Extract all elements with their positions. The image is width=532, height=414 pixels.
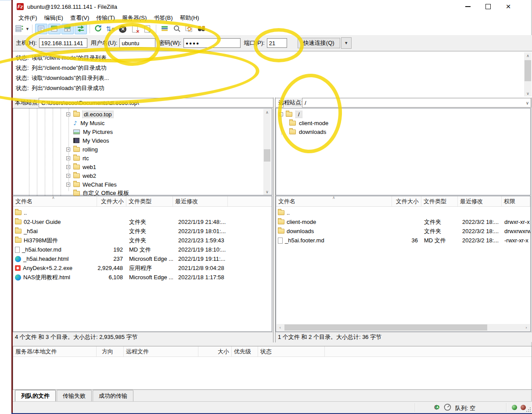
toggle-queue-button[interactable]: [75, 24, 87, 34]
menu-help[interactable]: 帮助(H): [176, 13, 203, 23]
remote-site-combo[interactable]: / ∨: [302, 98, 531, 108]
compare-button[interactable]: [171, 24, 183, 34]
cancel-button[interactable]: ×: [117, 24, 129, 34]
tree-item[interactable]: + rtc: [66, 154, 89, 162]
tab-successful-transfers[interactable]: 成功的传输: [93, 390, 133, 402]
file-row[interactable]: ..: [276, 208, 530, 217]
local-tree-scrollbar[interactable]: ∧ ∨: [263, 109, 271, 195]
chevron-down-icon[interactable]: ∨: [526, 101, 529, 105]
column-header-server-localfile[interactable]: 服务器/本地文件: [13, 346, 97, 356]
find-button[interactable]: [196, 24, 207, 34]
tab-queued-files[interactable]: 列队的文件: [15, 390, 56, 402]
username-label: 用户名(U):: [91, 39, 118, 47]
expander-plus-icon[interactable]: +: [66, 165, 70, 169]
column-header-status[interactable]: 状态: [258, 346, 325, 356]
file-row[interactable]: ..: [13, 208, 272, 217]
column-header-size[interactable]: 大小: [198, 346, 232, 356]
tab-failed-transfers[interactable]: 传输失败: [57, 390, 92, 402]
tree-item[interactable]: - /: [279, 110, 302, 119]
password-input[interactable]: [183, 38, 241, 48]
auto-transfer-mode-icon[interactable]: ⚙A: [434, 403, 439, 411]
scroll-up-icon[interactable]: ∧: [263, 109, 271, 115]
username-input[interactable]: [119, 38, 155, 48]
column-header-priority[interactable]: 优先级: [232, 346, 258, 356]
column-header-filesize[interactable]: 文件大小: [97, 196, 126, 206]
local-tree-scrollbar-thumb[interactable]: [264, 149, 270, 162]
menu-view[interactable]: 查看(V): [67, 13, 93, 23]
tree-item[interactable]: + WeChat Files: [66, 180, 117, 189]
expander-minus-icon[interactable]: -: [279, 112, 283, 116]
toggle-remote-tree-button[interactable]: [61, 24, 74, 34]
maximize-button[interactable]: [482, 1, 495, 12]
expander-plus-icon[interactable]: +: [66, 156, 70, 160]
synchronized-browsing-icon: [185, 25, 193, 33]
tree-item[interactable]: My Videos: [73, 136, 109, 145]
file-row[interactable]: _h5ai.footer.md 192 MD 文件 2022/1/19 18:1…: [13, 245, 272, 254]
close-button[interactable]: ×: [502, 1, 515, 12]
log-scrollbar-thumb[interactable]: [525, 60, 531, 81]
local-site-combo[interactable]: C:\Users\ecoo\Documents\dl.ecoo.top\ ∨: [39, 98, 284, 108]
remote-list-hscrollbar-thumb[interactable]: [284, 324, 487, 331]
expander-plus-icon[interactable]: +: [66, 148, 70, 151]
column-header-filetype[interactable]: 文件类型: [421, 196, 458, 206]
log-scrollbar[interactable]: ∧ ∨: [524, 52, 532, 97]
port-input[interactable]: [267, 38, 287, 48]
column-header-modified[interactable]: 最近修改: [458, 196, 502, 206]
disconnect-button[interactable]: ×: [129, 24, 141, 34]
file-row[interactable]: client-mode 文件夹 2022/3/2 18:... drwxr-xr…: [276, 217, 530, 227]
column-header-modified[interactable]: 最近修改: [173, 196, 228, 206]
expander-plus-icon[interactable]: +: [66, 112, 70, 116]
file-row[interactable]: _h5ai 文件夹 2022/1/19 18:01:...: [13, 227, 272, 236]
tree-item[interactable]: client-mode: [289, 119, 328, 127]
scroll-up-icon[interactable]: ∧: [524, 52, 532, 59]
reconnect-button[interactable]: ✓: [142, 24, 153, 34]
file-row[interactable]: downloads 文件夹 2022/3/2 18:... drwxrwxrwx: [276, 227, 530, 236]
column-header-filename[interactable]: 文件名∧: [13, 196, 97, 206]
tree-item[interactable]: My Pictures: [73, 127, 113, 136]
file-row[interactable]: _h5ai.footer.md 36 MD 文件 2022/3/2 18:...…: [276, 236, 530, 245]
column-header-filesize[interactable]: 文件大小: [392, 196, 421, 206]
menu-file[interactable]: 文件(F): [15, 13, 41, 23]
file-row[interactable]: _h5ai.header.html 237 Microsoft Edge ...…: [13, 254, 272, 263]
menu-server[interactable]: 服务器(S): [119, 13, 150, 23]
quickconnect-button[interactable]: 快速连接(Q): [298, 38, 340, 48]
synchronized-browsing-button[interactable]: [183, 24, 195, 34]
toggle-log-button[interactable]: [35, 24, 47, 34]
menu-bookmarks[interactable]: 书签(B): [150, 13, 176, 23]
speed-limits-icon[interactable]: [444, 403, 451, 412]
local-file-list: 文件名∧ 文件大小 文件类型 最近修改 .. 02-User Guide 文件夹…: [13, 196, 272, 332]
scroll-left-icon[interactable]: ‹: [277, 324, 284, 331]
column-header-filename[interactable]: 文件名∧: [276, 196, 392, 206]
host-input[interactable]: [39, 38, 87, 48]
expander-plus-icon[interactable]: +: [66, 174, 70, 178]
scroll-down-icon[interactable]: ∨: [263, 188, 271, 195]
column-header-permissions[interactable]: 权限: [502, 196, 530, 206]
resize-grip[interactable]: [526, 407, 531, 412]
file-row[interactable]: NAS使用教程.html 6,108 Microsoft Edge ... 20…: [13, 273, 272, 282]
tree-item[interactable]: ♪ My Music: [73, 119, 104, 127]
tree-item[interactable]: + web1: [66, 162, 96, 171]
process-queue-button[interactable]: ⇅⚙: [105, 24, 116, 34]
file-row[interactable]: 02-User Guide 文件夹 2022/1/19 21:48:...: [13, 217, 272, 227]
menu-transfer[interactable]: 传输(T): [93, 13, 119, 23]
column-header-filetype[interactable]: 文件类型: [126, 196, 173, 206]
expander-plus-icon[interactable]: +: [66, 183, 70, 187]
site-manager-button[interactable]: ▼: [15, 24, 29, 34]
file-row[interactable]: AnyDesk+5.2.2.exe 2,929,448 应用程序 2021/12…: [13, 263, 272, 273]
minimize-button[interactable]: [461, 1, 474, 12]
column-header-remotefile[interactable]: 远程文件: [124, 346, 198, 356]
tree-item[interactable]: + web2: [66, 171, 96, 180]
quickconnect-dropdown-button[interactable]: ▼: [341, 37, 352, 49]
toggle-local-tree-button[interactable]: [48, 24, 61, 34]
scroll-down-icon[interactable]: ∨: [524, 90, 532, 97]
remote-list-hscrollbar[interactable]: ‹ ›: [277, 324, 530, 331]
filter-button[interactable]: [159, 24, 170, 34]
tree-item[interactable]: + rolling: [66, 145, 98, 154]
column-header-direction[interactable]: 方向: [97, 346, 124, 356]
refresh-button[interactable]: [93, 24, 104, 34]
tree-item[interactable]: + dl.ecoo.top: [66, 110, 113, 119]
scroll-right-icon[interactable]: ›: [523, 324, 530, 331]
menu-edit[interactable]: 编辑(E): [41, 13, 67, 23]
file-row[interactable]: Hi3798M固件 文件夹 2022/1/23 1:59:43: [13, 236, 272, 245]
tree-item[interactable]: downloads: [289, 127, 326, 136]
